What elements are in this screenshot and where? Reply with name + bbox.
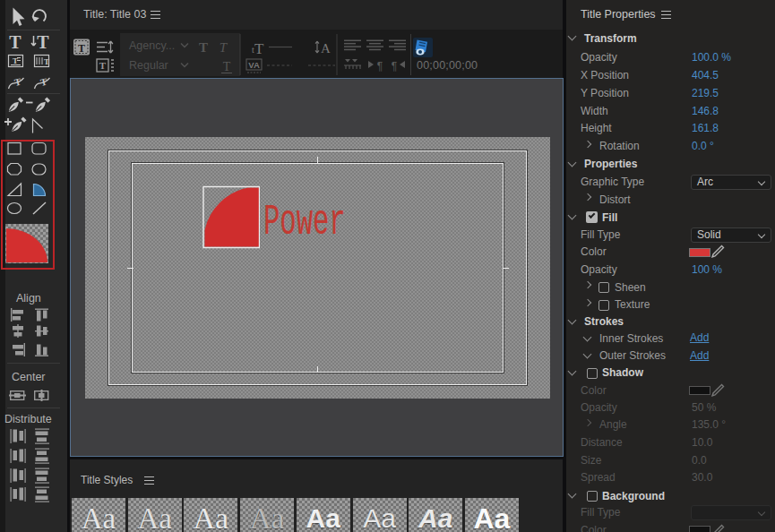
svg-text:T: T [44,57,49,66]
svg-text:T: T [9,32,22,52]
svg-text:00;00;00;00: 00;00;00;00 [417,59,478,72]
svg-text:Agency...: Agency... [129,39,175,52]
svg-text:Regular: Regular [129,59,168,72]
svg-text:T: T [223,60,231,73]
svg-text:T: T [199,40,208,55]
svg-text:¶: ¶ [377,60,383,73]
svg-text:T: T [39,76,48,88]
svg-text:T: T [37,32,49,52]
svg-text:T: T [13,76,22,88]
svg-text:A: A [321,41,331,56]
svg-text:T: T [99,60,107,71]
svg-text:T: T [254,40,264,57]
svg-text:¶: ¶ [392,60,397,73]
svg-text:T: T [78,42,85,55]
svg-text:VA: VA [248,60,260,70]
